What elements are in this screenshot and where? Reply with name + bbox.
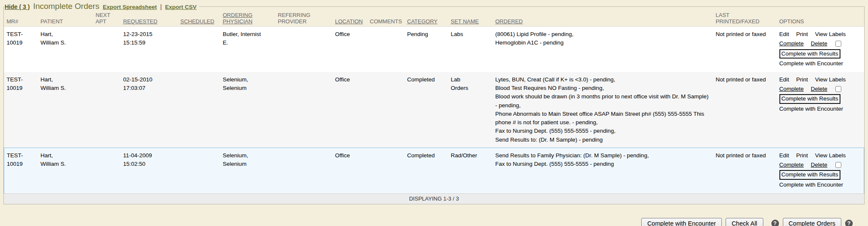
- complete-orders-button[interactable]: Complete Orders: [783, 218, 841, 226]
- cell-patient: Hart, William S.: [38, 27, 93, 72]
- complete-link[interactable]: Complete: [779, 86, 804, 92]
- row-checkbox[interactable]: [835, 162, 841, 168]
- cell-location: Office: [333, 72, 367, 148]
- cell-comments: [367, 27, 405, 72]
- complete-with-results-link[interactable]: Complete with Results: [779, 170, 840, 179]
- complete-with-encounter-link[interactable]: Complete with Encounter: [779, 60, 843, 67]
- cell-patient: Hart, William S.: [38, 72, 93, 148]
- incomplete-orders-table: MR# PATIENT NEXT APT REQUESTED SCHEDULED…: [4, 11, 864, 204]
- edit-link[interactable]: Edit: [779, 31, 789, 37]
- order-row: TEST-10019 Hart, William S. 02-15-2010 1…: [4, 72, 864, 148]
- complete-with-encounter-link[interactable]: Complete with Encounter: [779, 181, 843, 188]
- col-header-options: OPTIONS: [777, 11, 864, 27]
- complete-link[interactable]: Complete: [779, 162, 804, 168]
- cell-location: Office: [333, 148, 367, 193]
- cell-set-name: Rad/Other: [448, 148, 493, 193]
- cell-requested: 11-04-2009 15:02:50: [121, 148, 178, 193]
- col-header-next-apt: NEXT APT: [93, 11, 121, 27]
- col-header-location[interactable]: LOCATION: [333, 11, 367, 27]
- cell-options: Edit Print View Labels Complete Delete C…: [777, 27, 864, 72]
- cell-scheduled: [178, 27, 220, 72]
- cell-requested: 12-23-2015 15:15:59: [121, 27, 178, 72]
- edit-link[interactable]: Edit: [779, 152, 789, 159]
- print-link[interactable]: Print: [796, 76, 808, 83]
- complete-link[interactable]: Complete: [779, 40, 804, 47]
- print-link[interactable]: Print: [796, 152, 808, 159]
- view-labels-link[interactable]: View Labels: [815, 76, 846, 83]
- cell-requested: 02-15-2010 17:03:07: [121, 72, 178, 148]
- pagination-row: DISPLAYING 1-3 / 3: [4, 193, 864, 204]
- col-header-referring-provider: REFERRING PROVIDER: [275, 11, 333, 27]
- cell-category: Completed: [405, 148, 448, 193]
- col-header-patient: PATIENT: [38, 11, 93, 27]
- col-header-mr: MR#: [4, 11, 38, 27]
- export-csv-link[interactable]: Export CSV: [165, 4, 197, 10]
- cell-category: Pending: [405, 27, 448, 72]
- cell-ordering-physician: Selenium, Selenium: [220, 148, 275, 193]
- cell-last-printed: Not printed or faxed: [713, 72, 777, 148]
- cell-referring-provider: [275, 72, 333, 148]
- row-checkbox[interactable]: [835, 86, 841, 92]
- help-icon[interactable]: ?: [771, 220, 779, 226]
- cell-comments: [367, 72, 405, 148]
- cell-next-apt: [93, 27, 121, 72]
- view-labels-link[interactable]: View Labels: [815, 31, 846, 37]
- cell-ordering-physician: Selenium, Selenium: [220, 72, 275, 148]
- cell-mr: TEST-10019: [4, 72, 38, 148]
- cell-ordered: Send Results to Family Physician: (Dr. M…: [493, 148, 713, 193]
- cell-mr: TEST-10019: [4, 148, 38, 193]
- delete-link[interactable]: Delete: [811, 86, 827, 92]
- print-link[interactable]: Print: [796, 31, 808, 37]
- cell-category: Completed: [405, 72, 448, 148]
- col-header-set-name[interactable]: SET NAME: [448, 11, 493, 27]
- cell-scheduled: [178, 72, 220, 148]
- col-header-category[interactable]: CATEGORY: [405, 11, 448, 27]
- help-icon[interactable]: ?: [845, 220, 853, 226]
- col-header-last-printed: LAST PRINTED/FAXED: [713, 11, 777, 27]
- incomplete-orders-panel: Hide ( 3 ) Incomplete Orders Export Spre…: [3, 2, 865, 204]
- pagination-status: DISPLAYING 1-3 / 3: [4, 193, 864, 204]
- cell-set-name: Lab Orders: [448, 72, 493, 148]
- delete-link[interactable]: Delete: [811, 162, 827, 168]
- col-header-comments: COMMENTS: [367, 11, 405, 27]
- cell-ordered: (80061) Lipid Profile - pending, Hemoglo…: [493, 27, 713, 72]
- order-row-selected: TEST-10019 Hart, William S. 11-04-2009 1…: [4, 148, 864, 193]
- panel-legend: Hide ( 3 ) Incomplete Orders Export Spre…: [4, 2, 199, 11]
- header-row: MR# PATIENT NEXT APT REQUESTED SCHEDULED…: [4, 11, 864, 27]
- page-title: Incomplete Orders: [33, 2, 99, 11]
- cell-last-printed: Not printed or faxed: [713, 27, 777, 72]
- cell-last-printed: Not printed or faxed: [713, 148, 777, 193]
- complete-with-results-link[interactable]: Complete with Results: [779, 94, 840, 103]
- cell-next-apt: [93, 148, 121, 193]
- cell-patient: Hart, William S.: [38, 148, 93, 193]
- export-spreadsheet-link[interactable]: Export Spreadsheet: [103, 4, 157, 10]
- col-header-ordered[interactable]: ORDERED: [493, 11, 713, 27]
- check-all-button[interactable]: Check All: [726, 218, 763, 226]
- col-header-requested[interactable]: REQUESTED: [121, 11, 178, 27]
- cell-referring-provider: [275, 27, 333, 72]
- complete-with-encounter-link[interactable]: Complete with Encounter: [779, 106, 843, 112]
- cell-ordered: Lytes, BUN, Creat (Call if K+ is <3.0) -…: [493, 72, 713, 148]
- cell-options: Edit Print View Labels Complete Delete C…: [777, 72, 864, 148]
- hide-link[interactable]: Hide ( 3 ): [5, 3, 30, 10]
- cell-next-apt: [93, 72, 121, 148]
- complete-with-results-link[interactable]: Complete with Results: [779, 49, 840, 59]
- complete-with-encounter-button[interactable]: Complete with Encounter: [641, 218, 722, 226]
- order-row: TEST-10019 Hart, William S. 12-23-2015 1…: [4, 27, 864, 72]
- link-separator: |: [160, 3, 162, 10]
- col-header-ordering-physician[interactable]: ORDERING PHYSICIAN: [220, 11, 275, 27]
- row-checkbox[interactable]: [835, 41, 841, 47]
- cell-mr: TEST-10019: [4, 27, 38, 72]
- col-header-scheduled[interactable]: SCHEDULED: [178, 11, 220, 27]
- cell-location: Office: [333, 27, 367, 72]
- bottom-action-bar: Complete with Encounter Check All ? Comp…: [0, 218, 868, 226]
- cell-options: Edit Print View Labels Complete Delete C…: [777, 148, 864, 193]
- view-labels-link[interactable]: View Labels: [815, 152, 846, 159]
- cell-set-name: Labs: [448, 27, 493, 72]
- cell-referring-provider: [275, 148, 333, 193]
- delete-link[interactable]: Delete: [811, 40, 827, 47]
- edit-link[interactable]: Edit: [779, 76, 789, 83]
- cell-ordering-physician: Butler, Internist E.: [220, 27, 275, 72]
- cell-scheduled: [178, 148, 220, 193]
- cell-comments: [367, 148, 405, 193]
